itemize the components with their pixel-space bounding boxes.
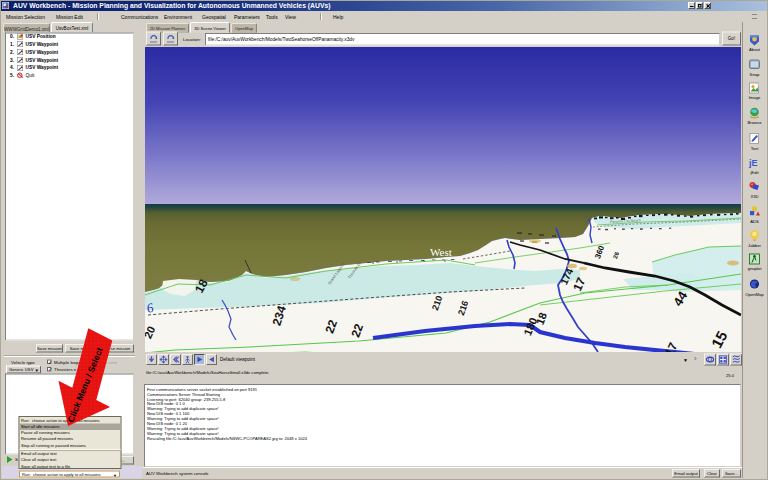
svg-text:jE: jE [748,158,758,168]
svg-text:West: West [430,246,452,258]
